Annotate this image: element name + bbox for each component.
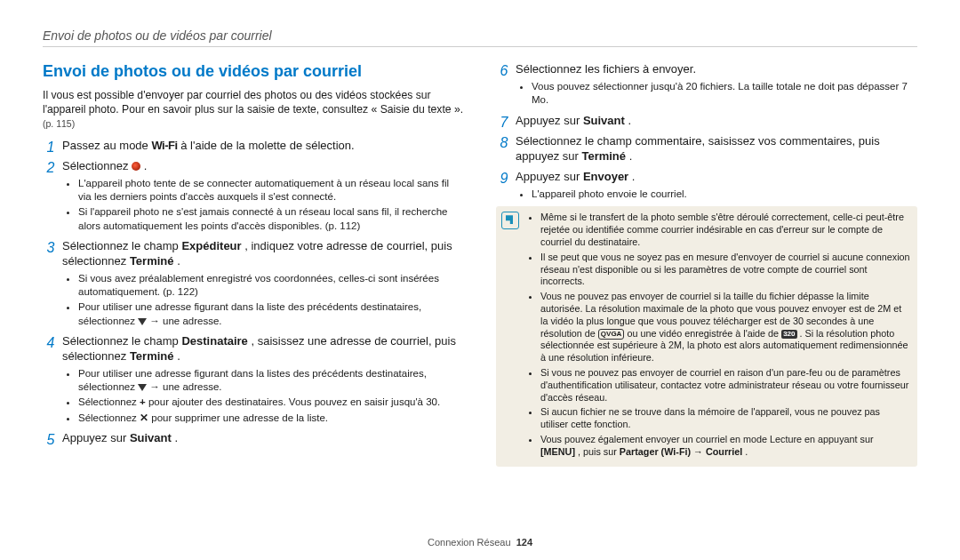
note-item-6: Vous pouvez également envoyer un courrie… <box>540 434 910 459</box>
note-icon <box>501 212 519 229</box>
step-2: Sélectionnez . L'appareil photo tente de… <box>43 158 464 233</box>
step-5: Appuyez sur Suivant . <box>43 430 464 445</box>
intro-text: Il vous est possible d'envoyer par courr… <box>43 88 464 116</box>
step-2-note-1: L'appareil photo tente de se connecter a… <box>78 177 464 204</box>
step-4-text-a: Sélectionnez le champ <box>62 334 181 348</box>
step-3-text-a: Sélectionnez le champ <box>62 239 181 252</box>
triangle-down-icon <box>138 384 147 391</box>
email-app-icon <box>132 162 140 171</box>
note-list: Même si le transfert de la photo semble … <box>526 212 910 460</box>
step-6-notes: Vous pouvez sélectionner jusqu'à 20 fich… <box>516 80 917 107</box>
step-2-note-2: Si l'appareil photo ne s'est jamais conn… <box>78 205 464 232</box>
step-4: Sélectionnez le champ Destinataire , sai… <box>43 333 464 425</box>
step-9-bold-send: Envoyer <box>583 170 628 183</box>
close-icon: ✕ <box>140 412 148 423</box>
step-6: Sélectionnez les fichiers à envoyer. Vou… <box>496 61 917 108</box>
step-2-text-b: . <box>144 159 148 172</box>
step-3-note-2: Pour utiliser une adresse figurant dans … <box>78 300 464 327</box>
step-1: Passez au mode Wi-Fi à l'aide de la mole… <box>43 138 464 153</box>
step-7: Appuyez sur Suivant . <box>496 113 917 128</box>
left-column: Envoi de photos ou de vidéos par courrie… <box>43 61 464 532</box>
page-footer: Connexion Réseau 124 <box>43 537 917 548</box>
step-1-text-b: à l'aide de la molette de sélection. <box>180 139 354 152</box>
step-3: Sélectionnez le champ Expéditeur , indiq… <box>43 238 464 328</box>
step-3-note-1: Si vous avez préalablement enregistré vo… <box>78 272 464 299</box>
step-2-text-a: Sélectionnez <box>62 159 132 172</box>
qvga-icon: QVGA <box>598 329 625 340</box>
step-4-note-2: Sélectionnez + pour ajouter des destinat… <box>78 396 464 409</box>
manual-page: Envoi de photos ou de vidéos par courrie… <box>0 0 960 560</box>
step-8-bold-done: Terminé <box>581 149 626 163</box>
step-9-notes: L'appareil photo envoie le courriel. <box>516 188 917 201</box>
note-item-1: Même si le transfert de la photo semble … <box>540 212 910 248</box>
courriel-label: Courriel <box>706 446 742 457</box>
step-8: Sélectionnez le champ commentaire, saisi… <box>496 133 917 164</box>
step-3-notes: Si vous avez préalablement enregistré vo… <box>62 272 464 328</box>
step-3-bold-sender: Expéditeur <box>181 239 241 252</box>
note-item-2: Il se peut que vous ne soyez pas en mesu… <box>540 252 910 288</box>
step-4-bold-done: Terminé <box>130 349 174 363</box>
two-column-layout: Envoi de photos ou de vidéos par courrie… <box>43 61 917 532</box>
step-3-text-c: . <box>177 254 180 268</box>
step-4-notes: Pour utiliser une adresse figurant dans … <box>62 367 464 425</box>
menu-label: [MENU] <box>540 446 575 457</box>
step-6-note-1: Vous pouvez sélectionner jusqu'à 20 fich… <box>532 80 917 107</box>
running-head: Envoi de photos ou de vidéos par courrie… <box>43 28 917 47</box>
plus-icon: + <box>140 396 146 407</box>
info-note-box: Même si le transfert de la photo semble … <box>496 206 917 466</box>
note-item-4: Si vous ne pouvez pas envoyer de courrie… <box>540 367 910 404</box>
step-4-note-3: Sélectionnez ✕ pour supprimer une adress… <box>78 412 464 425</box>
step-4-bold-recipient: Destinataire <box>181 334 247 348</box>
step-4-note-1: Pour utiliser une adresse figurant dans … <box>78 367 464 394</box>
res-320-icon: 320 <box>781 330 796 339</box>
steps-list-right: Sélectionnez les fichiers à envoyer. Vou… <box>496 61 917 201</box>
note-item-5: Si aucun fichier ne se trouve dans la mé… <box>540 406 910 431</box>
page-number: 124 <box>516 537 532 548</box>
step-2-notes: L'appareil photo tente de se connecter a… <box>62 177 464 233</box>
right-column: Sélectionnez les fichiers à envoyer. Vou… <box>496 61 917 532</box>
step-5-bold-next: Suivant <box>130 431 172 444</box>
section-title: Envoi de photos ou de vidéos par courrie… <box>43 61 464 83</box>
step-3-bold-done: Terminé <box>130 254 174 268</box>
step-1-text-a: Passez au mode <box>62 139 151 152</box>
step-4-text-c: . <box>177 349 180 363</box>
step-7-bold-next: Suivant <box>583 114 625 127</box>
note-item-3: Vous ne pouvez pas envoyer de courriel s… <box>540 291 910 364</box>
intro-ref: (p. 115) <box>43 118 464 131</box>
triangle-down-icon <box>138 318 147 325</box>
footer-section: Connexion Réseau <box>428 537 511 548</box>
share-wifi-label: Partager (Wi-Fi) <box>620 446 691 457</box>
step-9-note-1: L'appareil photo envoie le courriel. <box>532 188 917 201</box>
steps-list-left: Passez au mode Wi-Fi à l'aide de la mole… <box>43 138 464 445</box>
wifi-icon: Wi-Fi <box>151 139 177 152</box>
step-9: Appuyez sur Envoyer . L'appareil photo e… <box>496 169 917 201</box>
